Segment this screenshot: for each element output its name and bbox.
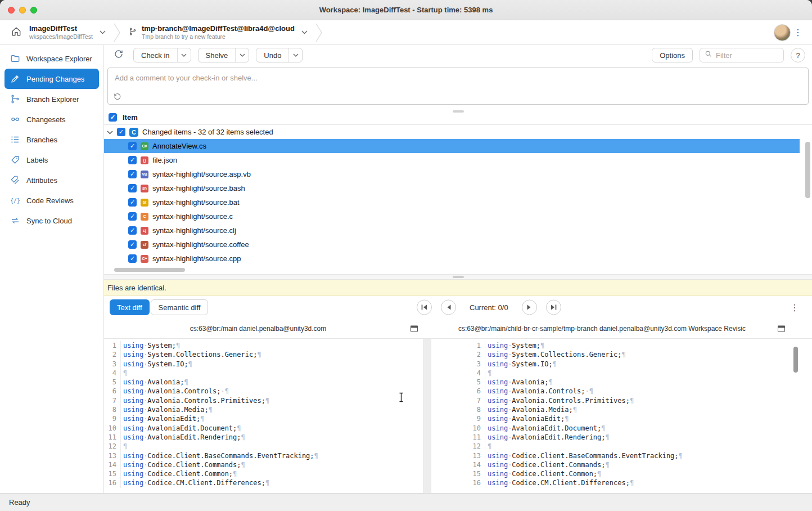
code-line: 10using·AvaloniaEdit.Document;¶: [431, 424, 812, 433]
hscroll-thumb[interactable]: [114, 268, 185, 272]
changed-items-group-row[interactable]: ✓ C Changed items - 32 of 32 items selec…: [104, 125, 800, 139]
file-row[interactable]: ✓C#AnnotateView.cs: [104, 139, 800, 153]
file-row[interactable]: ✓VBsyntax-highlight/source.asp.vb: [104, 167, 800, 181]
comment-history-button[interactable]: [113, 92, 121, 103]
kebab-menu-button[interactable]: ⋮: [791, 24, 805, 41]
code-text: using·Codice.CM.Client.Differences;¶: [485, 478, 634, 487]
file-row[interactable]: ✓C+syntax-highlight/source.cpp: [104, 252, 800, 266]
group-checkbox[interactable]: ✓: [117, 128, 125, 136]
file-checkbox[interactable]: ✓: [128, 240, 137, 249]
workspace-selector[interactable]: ImageDiffTest wkspaces/ImageDiffTest: [26, 23, 109, 42]
code-vertical-scrollbar[interactable]: [793, 346, 799, 458]
shelve-dropdown-button[interactable]: [235, 48, 249, 62]
file-row[interactable]: ✓{}file.json: [104, 153, 800, 167]
app-window: Workspace: ImageDiffTest - Startup time:…: [0, 0, 812, 511]
options-button[interactable]: Options: [652, 48, 693, 62]
first-diff-button[interactable]: [417, 300, 432, 315]
line-number: 3: [431, 360, 485, 369]
sidebar-item-labels[interactable]: Labels: [4, 150, 99, 170]
file-checkbox[interactable]: ✓: [128, 254, 137, 263]
filter-input[interactable]: [716, 51, 779, 60]
file-row[interactable]: ✓cjsyntax-highlight/source.clj: [104, 223, 800, 237]
code-line: 3using·System.IO;¶: [431, 360, 812, 369]
expander-chevron-down-icon[interactable]: [107, 128, 113, 136]
tab-text-diff[interactable]: Text diff: [110, 299, 150, 315]
maximize-pane-icon[interactable]: [778, 325, 785, 331]
previous-diff-button[interactable]: [441, 300, 456, 315]
diff-options-kebab-button[interactable]: ⋮: [787, 299, 802, 316]
pending-changes-list: ✓ Item ✓ C Changed items - 32 of 32 item…: [104, 110, 812, 274]
file-type-icon: VB: [141, 171, 148, 178]
refresh-button[interactable]: [111, 47, 127, 63]
comment-input[interactable]: [107, 68, 809, 105]
chevron-down-icon[interactable]: [100, 30, 106, 34]
sidebar-item-code-reviews[interactable]: {/}Code Reviews: [4, 190, 99, 210]
undo-dropdown-button[interactable]: [288, 48, 302, 62]
file-checkbox[interactable]: ✓: [128, 184, 137, 192]
file-type-icon: sh: [141, 185, 148, 192]
undo-button[interactable]: Undo: [256, 48, 288, 62]
comment-list-splitter[interactable]: [453, 110, 464, 113]
avatar[interactable]: [774, 24, 791, 41]
code-text: using·Avalonia;¶: [121, 378, 188, 387]
file-row[interactable]: ✓cfsyntax-highlight/source.coffee: [104, 237, 800, 252]
last-diff-button[interactable]: [546, 300, 561, 315]
branch-selector[interactable]: tmp-branch@ImageDiffTest@libra4d@cloud T…: [125, 23, 311, 42]
checkin-button[interactable]: Check in: [134, 48, 177, 62]
code-text: using·Avalonia.Controls;·¶: [121, 387, 229, 396]
sidebar-item-pending-changes[interactable]: Pending Changes: [4, 69, 99, 89]
tab-semantic-diff[interactable]: Semantic diff: [151, 299, 209, 315]
left-pane-header: cs:63@br:/main daniel.penalba@unity3d.co…: [104, 319, 423, 338]
code-text: using·Codice.Client.Common;¶: [485, 469, 601, 478]
sidebar-item-label: Attributes: [26, 176, 57, 185]
panes-splitter[interactable]: [104, 274, 812, 280]
code-line: 12¶: [431, 442, 812, 451]
horizontal-scrollbar[interactable]: [104, 268, 799, 272]
minimize-button[interactable]: [19, 7, 26, 14]
splitter-grip[interactable]: [453, 276, 464, 278]
code-line: 1using·System;¶: [104, 341, 423, 350]
sidebar-item-branch-explorer[interactable]: Branch Explorer: [4, 89, 99, 109]
vscroll-thumb[interactable]: [805, 142, 810, 198]
checkin-dropdown-button[interactable]: [177, 48, 191, 62]
line-number: 16: [431, 478, 485, 487]
vertical-scrollbar[interactable]: [805, 126, 810, 268]
code-text: using·Codice.CM.Client.Differences;¶: [121, 478, 269, 487]
close-button[interactable]: [8, 7, 15, 14]
home-button[interactable]: [7, 23, 26, 42]
chevron-down-icon[interactable]: [301, 30, 308, 34]
zoom-button[interactable]: [30, 7, 37, 14]
group-label: Changed items - 32 of 32 items selected: [142, 128, 273, 136]
file-checkbox[interactable]: ✓: [128, 142, 137, 150]
sidebar-item-branches[interactable]: Branches: [4, 129, 99, 150]
sidebar-item-attributes[interactable]: Attributes: [4, 170, 99, 190]
diff-pane-divider[interactable]: [423, 339, 431, 493]
line-number: 13: [431, 451, 485, 460]
changed-items-icon: C: [129, 128, 138, 137]
file-row[interactable]: ✓btsyntax-highlight/source.bat: [104, 195, 800, 209]
code-line: 16using·Codice.CM.Client.Differences;¶: [104, 478, 423, 487]
left-code-pane[interactable]: 1using·System;¶2using·System.Collections…: [104, 339, 423, 493]
sidebar-item-sync-to-cloud[interactable]: Sync to Cloud: [4, 210, 99, 231]
next-diff-button[interactable]: [522, 300, 537, 315]
sidebar-item-workspace-explorer[interactable]: Workspace Explorer: [4, 48, 99, 69]
sidebar-item-changesets[interactable]: Changesets: [4, 109, 99, 129]
file-checkbox[interactable]: ✓: [128, 156, 137, 164]
help-button[interactable]: ?: [791, 48, 805, 62]
file-checkbox[interactable]: ✓: [128, 226, 137, 235]
file-row[interactable]: ✓Csyntax-highlight/source.c: [104, 209, 800, 223]
code-line: 4¶: [104, 369, 423, 378]
file-checkbox[interactable]: ✓: [128, 212, 137, 221]
select-all-checkbox[interactable]: ✓: [109, 113, 117, 122]
code-line: 5using·Avalonia;¶: [104, 378, 423, 387]
right-code-pane[interactable]: 1using·System;¶2using·System.Collections…: [431, 339, 812, 493]
shelve-button[interactable]: Shelve: [199, 48, 236, 62]
file-checkbox[interactable]: ✓: [128, 170, 137, 178]
code-line: 3using·System.IO;¶: [104, 360, 423, 369]
maximize-pane-icon[interactable]: [410, 325, 418, 331]
sidebar-item-label: Branch Explorer: [26, 95, 79, 104]
file-row[interactable]: ✓shsyntax-highlight/source.bash: [104, 181, 800, 195]
line-number: 1: [104, 341, 121, 350]
file-checkbox[interactable]: ✓: [128, 198, 137, 207]
code-vscroll-thumb[interactable]: [793, 347, 798, 373]
